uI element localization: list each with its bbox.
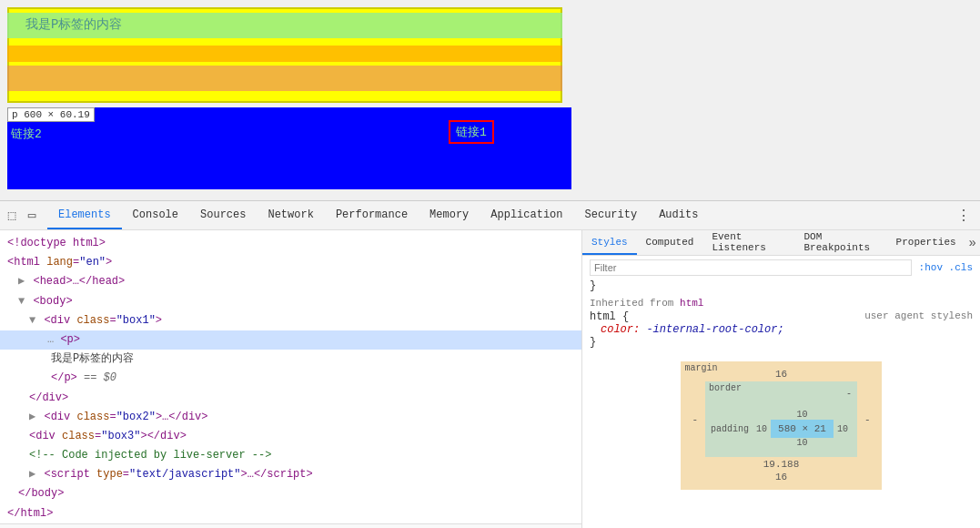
toolbar-tabs: Elements Console Sources Network Perform… bbox=[47, 201, 709, 229]
devtools-toolbar: ⬚ ▭ Elements Console Sources Network Per… bbox=[0, 201, 980, 230]
dollar-zero: == $0 bbox=[84, 371, 116, 384]
p-text-node: 我是P标签的内容 bbox=[51, 352, 134, 365]
bm-margin: margin 16 - border - padding 10 bbox=[681, 361, 881, 490]
html-prop: color: bbox=[590, 323, 640, 336]
html-val: -internal-root-color; bbox=[646, 323, 783, 336]
doctype-tag: <!doctype html> bbox=[7, 237, 106, 249]
tab-security[interactable]: Security bbox=[574, 201, 649, 229]
html-close-tag: </html> bbox=[7, 507, 53, 520]
expand-icon[interactable]: ▶ bbox=[18, 275, 25, 288]
comment-node: <!-- Code injected by live-server --> bbox=[29, 449, 271, 462]
elem-line[interactable]: <html lang="en"> bbox=[0, 253, 581, 272]
elem-line[interactable]: ▶ <head>…</head> bbox=[0, 272, 581, 291]
tab-console[interactable]: Console bbox=[122, 201, 189, 229]
p-close-tag: </p> bbox=[51, 371, 77, 384]
style-tab-dom-breakpoints[interactable]: DOM Breakpoints bbox=[795, 230, 887, 255]
html-rule: user agent stylesh html { color: -intern… bbox=[590, 310, 973, 349]
tab-audits[interactable]: Audits bbox=[648, 201, 709, 229]
bm-bottom-val: 16 bbox=[688, 472, 874, 482]
style-tab-properties[interactable]: Properties bbox=[887, 230, 965, 255]
orange-stripe bbox=[7, 46, 562, 62]
elem-line[interactable]: ▶ <script type="text/javascript">…</scri… bbox=[0, 465, 581, 484]
html-close: } bbox=[590, 336, 596, 349]
bm-border: border - padding 10 10 580 × 21 bbox=[705, 381, 857, 457]
elements-panel: <!doctype html> <html lang="en"> ▶ <head… bbox=[0, 230, 582, 528]
hov-cls-toggle[interactable]: :hov .cls bbox=[919, 262, 973, 273]
bm-padding-right: 10 bbox=[837, 424, 848, 434]
link2-text[interactable]: 链接2 bbox=[11, 126, 42, 142]
style-tab-styles[interactable]: Styles bbox=[582, 230, 637, 255]
tab-network[interactable]: Network bbox=[257, 201, 324, 229]
style-tab-event-listeners[interactable]: Event Listeners bbox=[702, 230, 794, 255]
bm-padding-top: 10 bbox=[756, 410, 848, 420]
box-model: margin 16 - border - padding 10 bbox=[590, 354, 973, 497]
bm-padding-bottom: 10 bbox=[756, 438, 848, 448]
tab-application[interactable]: Application bbox=[480, 201, 573, 229]
tab-sources[interactable]: Sources bbox=[189, 201, 257, 229]
expand-icon[interactable]: ▶ bbox=[29, 468, 35, 481]
elem-line[interactable]: </body> bbox=[0, 484, 581, 503]
div-box1-tag: <div class="box1"> bbox=[44, 314, 162, 327]
elem-line[interactable]: ▼ <body> bbox=[0, 292, 581, 311]
styles-tabs: Styles Computed Event Listeners DOM Brea… bbox=[582, 230, 980, 256]
elem-line[interactable]: <!doctype html> bbox=[0, 234, 581, 253]
collapse-icon[interactable]: ▼ bbox=[18, 295, 25, 308]
tab-memory[interactable]: Memory bbox=[419, 201, 480, 229]
inherited-from: Inherited from html bbox=[590, 298, 973, 309]
salmon-stripe bbox=[7, 66, 562, 91]
collapse-icon[interactable]: ▼ bbox=[29, 314, 35, 327]
tab-performance[interactable]: Performance bbox=[325, 201, 419, 229]
elem-line[interactable]: <div class="box3"></div> bbox=[0, 427, 581, 446]
elem-line-selected[interactable]: … <p> bbox=[0, 330, 581, 350]
more-tabs-button[interactable]: ⋮ bbox=[951, 207, 976, 225]
elem-line[interactable]: ▼ <div class="box1"> bbox=[0, 311, 581, 330]
bm-padding: 10 10 580 × 21 10 10 bbox=[753, 406, 852, 452]
rule-source: user agent stylesh bbox=[864, 310, 973, 321]
styles-brace-rule: } bbox=[590, 279, 973, 292]
div-close-tag: </div> bbox=[29, 391, 68, 404]
bm-padding-label: padding bbox=[711, 424, 749, 434]
expand-icon[interactable]: ▶ bbox=[29, 411, 35, 423]
bm-margin-bottom: 19.188 bbox=[688, 459, 874, 470]
bm-padding-left: 10 bbox=[756, 424, 767, 434]
tab-elements[interactable]: Elements bbox=[47, 201, 122, 229]
bm-border-label: border bbox=[709, 383, 742, 393]
devtools-panel: ⬚ ▭ Elements Console Sources Network Per… bbox=[0, 200, 980, 528]
inherited-label: Inherited from bbox=[590, 298, 673, 309]
elem-line[interactable]: <!-- Code injected by live-server --> bbox=[0, 446, 581, 465]
devtools-main: <!doctype html> <html lang="en"> ▶ <head… bbox=[0, 230, 980, 528]
head-tag: <head>…</head> bbox=[33, 275, 125, 288]
link1-text[interactable]: 链接1 bbox=[456, 126, 487, 139]
bm-margin-middle: - border - padding 10 10 bbox=[688, 381, 874, 457]
script-tag: <script type="text/javascript">…</script… bbox=[44, 468, 312, 481]
inspect-icon[interactable]: ⬚ bbox=[4, 208, 20, 224]
style-tab-computed[interactable]: Computed bbox=[637, 230, 703, 255]
p-text-content: 我是P标签的内容 bbox=[25, 16, 122, 33]
styles-panel: Styles Computed Event Listeners DOM Brea… bbox=[582, 230, 980, 528]
styles-open-brace: } bbox=[590, 279, 596, 292]
bm-padding-middle: padding 10 10 580 × 21 10 10 bbox=[711, 406, 852, 452]
bm-margin-left: - bbox=[688, 414, 702, 425]
ellipsis: … bbox=[47, 333, 54, 346]
preview-area: 我是P标签的内容 p 600 × 60.19 链接2 链接1 bbox=[0, 0, 980, 200]
elem-line[interactable]: </div> bbox=[0, 389, 581, 408]
div-box3-tag: <div class="box3"></div> bbox=[29, 430, 187, 442]
filter-input[interactable] bbox=[590, 259, 912, 276]
styles-more-button[interactable]: » bbox=[965, 230, 980, 255]
breadcrumb: html body div.box1 p bbox=[0, 523, 581, 528]
div-box2-tag: <div class="box2">…</div> bbox=[44, 411, 207, 423]
elem-line[interactable]: 我是P标签的内容 bbox=[0, 350, 581, 369]
filter-row: :hov .cls bbox=[590, 259, 973, 276]
elem-line[interactable]: </p> == $0 bbox=[0, 369, 581, 388]
device-icon[interactable]: ▭ bbox=[24, 208, 40, 224]
link1-box[interactable]: 链接1 bbox=[449, 120, 494, 144]
elem-line[interactable]: ▶ <div class="box2">…</div> bbox=[0, 408, 581, 427]
bm-margin-label: margin bbox=[684, 363, 717, 373]
html-selector: html { bbox=[590, 310, 629, 323]
body-close-tag: </body> bbox=[18, 487, 64, 500]
p-open-tag: <p> bbox=[60, 333, 80, 346]
bm-margin-right: - bbox=[861, 414, 874, 425]
html-open-tag: <html lang="en"> bbox=[7, 256, 112, 269]
elem-line[interactable]: </html> bbox=[0, 504, 581, 523]
inherited-tag: html bbox=[680, 298, 703, 309]
